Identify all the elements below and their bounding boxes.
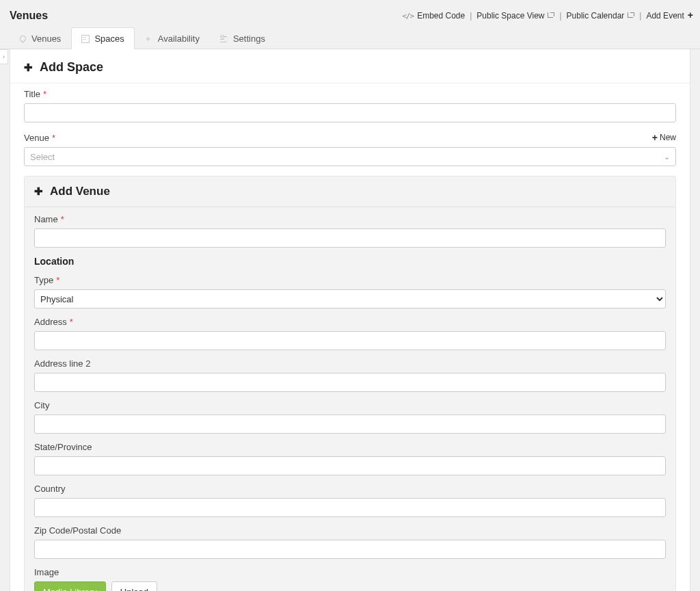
required-mark: *	[70, 317, 73, 327]
page-title: Venues	[10, 10, 48, 22]
title-label: Title *	[24, 89, 676, 99]
address2-label-text: Address line 2	[34, 358, 90, 369]
tab-label: Spaces	[94, 34, 124, 44]
location-heading: Location	[34, 256, 666, 267]
upload-button[interactable]: Upload	[111, 581, 157, 591]
country-input[interactable]	[34, 498, 666, 517]
plus-icon	[34, 185, 43, 198]
tab-settings[interactable]: Settings	[210, 27, 275, 49]
tab-label: Venues	[31, 34, 61, 44]
title-label-text: Title	[24, 89, 40, 99]
title-input[interactable]	[24, 103, 676, 122]
sidebar-expand-toggle[interactable]: ›	[0, 49, 8, 64]
name-label-text: Name	[34, 214, 58, 224]
name-input[interactable]	[34, 228, 666, 248]
venue-select-placeholder: Select	[30, 152, 55, 162]
tab-label: Availability	[158, 34, 200, 44]
address-label-text: Address	[34, 317, 67, 327]
zip-label-text: Zip Code/Postal Code	[34, 525, 121, 536]
address2-input[interactable]	[34, 373, 666, 392]
external-link-icon	[548, 12, 554, 19]
add-venue-heading-text: Add Venue	[50, 185, 110, 198]
add-event-label: Add Event	[646, 11, 684, 21]
tab-availability[interactable]: Availability	[135, 27, 210, 49]
separator: |	[639, 11, 641, 21]
plus-icon	[688, 11, 693, 21]
public-calendar-label: Public Calendar	[567, 11, 625, 21]
required-mark: *	[52, 133, 55, 143]
add-venue-panel: Add Venue Name * Location Type *	[24, 176, 676, 591]
type-label: Type *	[34, 275, 666, 285]
image-label-text: Image	[34, 567, 59, 577]
city-label-text: City	[34, 400, 49, 410]
country-label: Country	[34, 484, 666, 494]
tab-spaces[interactable]: Spaces	[71, 27, 134, 49]
required-mark: *	[56, 275, 59, 285]
name-label: Name *	[34, 214, 666, 224]
required-mark: *	[61, 214, 64, 224]
code-icon	[402, 11, 414, 21]
add-venue-heading: Add Venue	[25, 176, 675, 207]
tab-venues[interactable]: Venues	[8, 27, 71, 49]
public-space-view-link[interactable]: Public Space View	[476, 11, 554, 21]
embed-code-label: Embed Code	[417, 11, 465, 21]
type-label-text: Type	[34, 275, 53, 285]
settings-icon	[220, 35, 228, 43]
media-library-button[interactable]: Media Library	[34, 581, 106, 591]
tabs: Venues Spaces Availability Settings	[0, 27, 700, 49]
new-venue-button[interactable]: New	[652, 132, 676, 143]
required-mark: *	[43, 89, 46, 99]
zip-input[interactable]	[34, 540, 666, 559]
country-label-text: Country	[34, 484, 66, 494]
separator: |	[470, 11, 472, 21]
venue-select[interactable]: Select ⌄	[24, 147, 676, 166]
address-input[interactable]	[34, 331, 666, 350]
pin-icon	[18, 35, 27, 43]
city-label: City	[34, 400, 666, 410]
zip-label: Zip Code/Postal Code	[34, 525, 666, 536]
type-select[interactable]: Physical	[34, 289, 666, 308]
external-link-icon	[628, 12, 634, 19]
state-label: State/Province	[34, 442, 666, 452]
separator: |	[559, 11, 561, 21]
header-actions: Embed Code | Public Space View | Public …	[402, 11, 693, 21]
state-input[interactable]	[34, 456, 666, 475]
add-space-card: Add Space Title * Venue * New	[10, 49, 690, 591]
public-space-label: Public Space View	[476, 11, 544, 21]
venue-label: Venue *	[24, 133, 55, 143]
public-calendar-link[interactable]: Public Calendar	[567, 11, 635, 21]
building-icon	[81, 35, 90, 43]
add-space-heading-text: Add Space	[40, 60, 103, 75]
tab-label: Settings	[233, 34, 265, 44]
venue-label-text: Venue	[24, 133, 49, 143]
availability-icon	[145, 35, 153, 43]
city-input[interactable]	[34, 415, 666, 434]
address-label: Address *	[34, 317, 666, 327]
plus-icon	[24, 60, 33, 75]
add-event-link[interactable]: Add Event	[646, 11, 693, 21]
address2-label: Address line 2	[34, 358, 666, 369]
new-label: New	[660, 133, 676, 142]
state-label-text: State/Province	[34, 442, 92, 452]
add-space-heading: Add Space	[10, 52, 690, 83]
image-label: Image	[34, 567, 666, 577]
chevron-down-icon: ⌄	[664, 153, 670, 161]
embed-code-link[interactable]: Embed Code	[402, 11, 465, 21]
